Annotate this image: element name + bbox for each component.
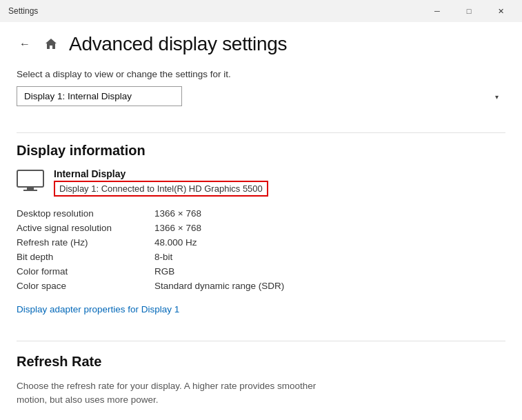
display-info-heading: Display information bbox=[17, 143, 505, 159]
display-name-block: Internal Display Display 1: Connected to… bbox=[54, 168, 268, 197]
maximize-button[interactable]: □ bbox=[453, 0, 485, 22]
connection-text-box: Display 1: Connected to Intel(R) HD Grap… bbox=[54, 181, 268, 197]
info-row-desktop-res: Desktop resolution 1366 × 768 bbox=[17, 206, 505, 221]
refresh-rate-heading: Refresh Rate bbox=[17, 354, 505, 370]
back-button[interactable]: ← bbox=[17, 35, 33, 53]
info-row-signal-res: Active signal resolution 1366 × 768 bbox=[17, 221, 505, 235]
adapter-properties-link[interactable]: Display adapter properties for Display 1 bbox=[17, 304, 505, 314]
color-space-label: Color space bbox=[17, 281, 154, 291]
header-row: ← Advanced display settings bbox=[17, 22, 505, 61]
color-space-value: Standard dynamic range (SDR) bbox=[154, 281, 284, 291]
main-content: ← Advanced display settings Select a dis… bbox=[0, 22, 522, 420]
divider-2 bbox=[17, 341, 505, 341]
titlebar-title: Settings bbox=[8, 6, 38, 16]
home-icon bbox=[41, 34, 61, 54]
refresh-hz-label: Refresh rate (Hz) bbox=[17, 237, 154, 248]
titlebar-controls: ─ □ ✕ bbox=[421, 0, 516, 22]
color-format-label: Color format bbox=[17, 266, 154, 277]
display-info-block: Internal Display Display 1: Connected to… bbox=[17, 168, 505, 197]
monitor-name: Internal Display bbox=[54, 168, 268, 179]
chevron-down-icon: ▾ bbox=[495, 92, 499, 100]
svg-rect-2 bbox=[23, 190, 37, 191]
desktop-resolution-value: 1366 × 768 bbox=[154, 208, 201, 219]
info-row-bit-depth: Bit depth 8-bit bbox=[17, 250, 505, 264]
color-format-value: RGB bbox=[154, 266, 174, 277]
info-row-color-format: Color format RGB bbox=[17, 264, 505, 279]
signal-resolution-label: Active signal resolution bbox=[17, 223, 154, 233]
bit-depth-value: 8-bit bbox=[154, 252, 172, 262]
divider-1 bbox=[17, 132, 505, 133]
titlebar-left: Settings bbox=[8, 6, 38, 16]
refresh-rate-description: Choose the refresh rate for your display… bbox=[17, 379, 348, 408]
svg-rect-1 bbox=[27, 188, 34, 190]
display-dropdown[interactable]: Display 1: Internal Display bbox=[17, 86, 182, 106]
close-button[interactable]: ✕ bbox=[485, 0, 516, 22]
page-title: Advanced display settings bbox=[69, 33, 287, 55]
svg-rect-0 bbox=[17, 170, 43, 187]
titlebar: Settings ─ □ ✕ bbox=[0, 0, 522, 22]
info-row-color-space: Color space Standard dynamic range (SDR) bbox=[17, 279, 505, 293]
bit-depth-label: Bit depth bbox=[17, 252, 154, 262]
signal-resolution-value: 1366 × 768 bbox=[154, 223, 201, 233]
display-dropdown-wrap[interactable]: Display 1: Internal Display ▾ bbox=[17, 86, 505, 106]
refresh-hz-value: 48.000 Hz bbox=[154, 237, 197, 248]
monitor-icon bbox=[17, 170, 44, 192]
display-info-table: Desktop resolution 1366 × 768 Active sig… bbox=[17, 206, 505, 293]
info-row-refresh: Refresh rate (Hz) 48.000 Hz bbox=[17, 235, 505, 250]
select-display-subtitle: Select a display to view or change the s… bbox=[17, 69, 505, 79]
desktop-resolution-label: Desktop resolution bbox=[17, 208, 154, 219]
minimize-button[interactable]: ─ bbox=[421, 0, 453, 22]
refresh-rate-section: Refresh Rate Choose the refresh rate for… bbox=[17, 354, 505, 420]
